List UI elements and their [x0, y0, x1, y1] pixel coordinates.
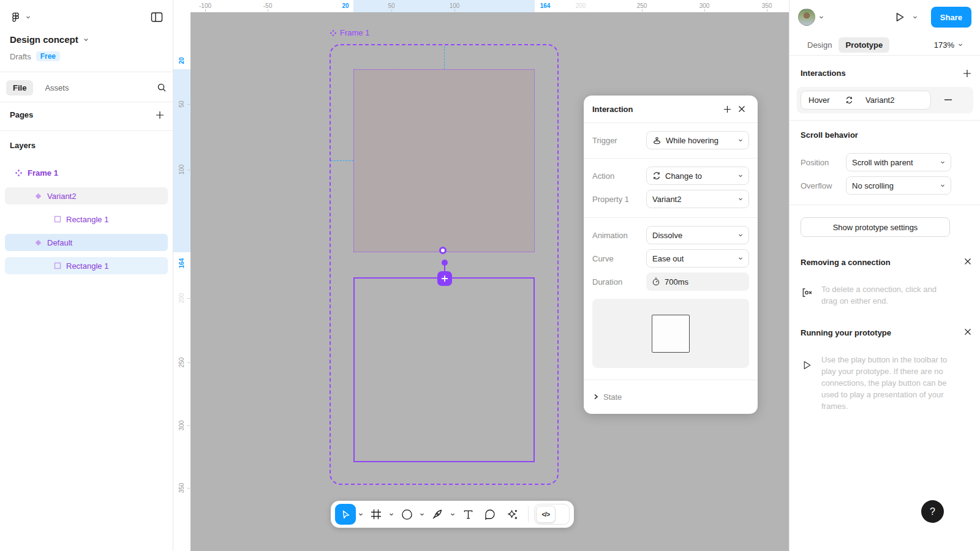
chevron-down-icon: [83, 37, 89, 42]
pen-tool-menu[interactable]: [449, 504, 456, 525]
share-button[interactable]: Share: [931, 7, 971, 28]
chevron-down-icon[interactable]: [913, 15, 918, 20]
add-interaction-button[interactable]: [963, 69, 971, 78]
tab-file[interactable]: File: [6, 80, 33, 96]
chevron-down-icon: [389, 512, 394, 517]
move-tool-button[interactable]: [335, 504, 356, 525]
pen-tool-button[interactable]: [427, 504, 448, 525]
ruler-tick-label: 300: [178, 421, 185, 431]
variant2-rectangle[interactable]: [353, 277, 535, 462]
layer-row-rectangle-1[interactable]: Rectangle 1: [5, 211, 168, 228]
tab-design[interactable]: Design: [801, 37, 839, 53]
play-icon: [802, 360, 812, 370]
chevron-down-icon: [738, 197, 743, 201]
ruler-left: 20 50 100 164 200 250 300 350: [173, 0, 190, 551]
duration-value: 700ms: [665, 277, 688, 287]
layer-row-variant2[interactable]: Variant2: [5, 187, 168, 204]
actions-tool-button[interactable]: [502, 504, 522, 525]
duration-input[interactable]: 700ms: [646, 272, 749, 291]
right-sidebar: Share Design Prototype 173% Interactions…: [789, 0, 980, 551]
toggle-sidebar-button[interactable]: [151, 12, 163, 23]
ruler-tick-label: 250: [637, 2, 647, 9]
chevron-down-icon: [26, 15, 31, 20]
remove-interaction-button[interactable]: [944, 96, 952, 104]
ruler-tick-label: 350: [762, 2, 772, 9]
layer-label: Rectangle 1: [66, 261, 108, 271]
shape-tool-button[interactable]: [396, 504, 417, 525]
ruler-tick-label: 164: [178, 258, 185, 269]
dismiss-tip-button[interactable]: [964, 328, 971, 337]
rectangle-layer-icon: [54, 262, 61, 269]
tab-assets[interactable]: Assets: [38, 80, 75, 96]
layer-row-rectangle-1-selected[interactable]: Rectangle 1: [5, 257, 168, 274]
panel-layout-icon: [151, 12, 163, 23]
play-icon: [894, 12, 905, 23]
state-section-toggle[interactable]: State: [594, 383, 622, 410]
animation-select[interactable]: Dissolve: [646, 226, 749, 244]
ruler-tick-label: 200: [178, 293, 185, 304]
dialog-title: Interaction: [592, 105, 720, 114]
add-interaction-button[interactable]: [720, 102, 734, 116]
component-set-icon: [15, 169, 23, 177]
text-tool-button[interactable]: [458, 504, 478, 525]
search-button[interactable]: [157, 83, 167, 92]
file-name-menu[interactable]: Design concept: [10, 34, 89, 45]
ruler-tick-label: 20: [178, 57, 185, 64]
connection-midpoint[interactable]: [442, 260, 448, 266]
ruler-tick-label: 250: [178, 358, 185, 368]
dev-mode-toggle[interactable]: </>: [534, 504, 570, 525]
text-tool-icon: [463, 509, 473, 520]
present-button[interactable]: [894, 12, 905, 23]
tab-prototype[interactable]: Prototype: [839, 37, 889, 53]
chevron-down-icon: [738, 233, 743, 238]
state-label: State: [603, 392, 622, 402]
swap-icon: [652, 171, 661, 180]
ruler-tick-label: 300: [699, 2, 710, 9]
pen-tool-icon: [432, 509, 443, 520]
tip-run-title: Running your prototype: [801, 328, 891, 337]
frame-title[interactable]: Frame 1: [330, 28, 369, 37]
layer-row-frame-1[interactable]: Frame 1: [5, 164, 168, 181]
zoom-level: 173%: [934, 40, 954, 50]
ruler-tick-label: 350: [178, 483, 185, 493]
add-page-button[interactable]: [156, 111, 164, 119]
timer-icon: [652, 277, 660, 286]
connection-end-handle[interactable]: [437, 271, 452, 286]
curve-select[interactable]: Ease out: [646, 249, 749, 268]
property1-select[interactable]: Variant2: [646, 190, 749, 208]
shape-tool-menu[interactable]: [418, 504, 426, 525]
overflow-label: Overflow: [801, 181, 832, 190]
account-menu[interactable]: [798, 9, 824, 26]
help-button[interactable]: ?: [921, 500, 944, 523]
connection-start-handle[interactable]: [439, 247, 447, 254]
move-tool-menu[interactable]: [357, 504, 364, 525]
variant-default-rectangle[interactable]: [353, 69, 535, 252]
overflow-select[interactable]: No scrolling: [846, 176, 951, 195]
frame-title-label: Frame 1: [340, 28, 369, 37]
trigger-label: Trigger: [592, 136, 646, 145]
comment-tool-button[interactable]: [480, 504, 500, 525]
bottom-toolbar: </>: [331, 501, 574, 528]
animation-preview[interactable]: [592, 299, 749, 368]
project-location[interactable]: Drafts: [10, 52, 31, 61]
chevron-right-icon: [594, 394, 598, 400]
main-menu-button[interactable]: [10, 12, 31, 23]
frame-tool-menu[interactable]: [388, 504, 395, 525]
ruler-tick-label: 20: [342, 2, 349, 9]
minus-icon: [944, 96, 952, 104]
trigger-select[interactable]: While hovering: [646, 131, 749, 149]
layer-row-default[interactable]: Default: [5, 234, 168, 251]
remove-connection-icon: [801, 287, 813, 299]
action-select[interactable]: Change to: [646, 167, 749, 185]
show-prototype-settings-button[interactable]: Show prototype settings: [801, 217, 950, 237]
zoom-menu[interactable]: 173%: [934, 40, 963, 50]
position-select[interactable]: Scroll with parent: [846, 153, 951, 171]
swap-icon: [845, 96, 853, 104]
toolbar-divider: [528, 506, 529, 522]
interaction-summary-pill[interactable]: Hover Variant2: [801, 91, 931, 110]
frame-tool-button[interactable]: [366, 504, 386, 525]
dismiss-tip-button[interactable]: [964, 258, 971, 267]
position-value: Scroll with parent: [852, 158, 940, 167]
close-dialog-button[interactable]: [734, 102, 749, 116]
plan-badge[interactable]: Free: [36, 51, 60, 61]
